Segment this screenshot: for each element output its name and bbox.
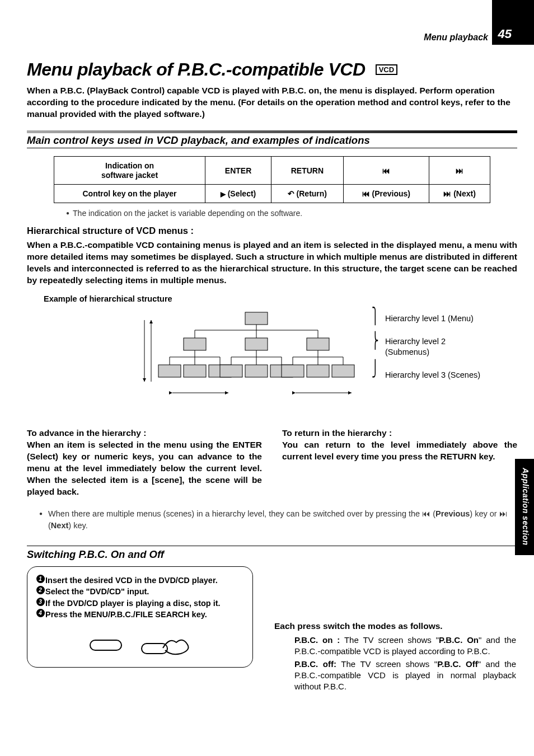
vcd-badge: VCD	[376, 64, 397, 75]
cell-select: ▶ (Select)	[205, 185, 271, 203]
svg-rect-24	[158, 365, 181, 377]
section1-title: Main control keys used in VCD playback, …	[27, 134, 517, 147]
svg-rect-38	[90, 640, 121, 650]
level1-label: Hierarchy level 1 (Menu)	[385, 313, 480, 324]
mode-on: P.B.C. on : The TV screen shows "P.B.C. …	[274, 635, 516, 658]
skip-prev-icon: ⏮	[422, 509, 430, 518]
skip-next-icon: ⏭	[443, 189, 451, 198]
advance-title: To advance in the hierarchy :	[27, 428, 262, 439]
svg-rect-25	[184, 365, 206, 377]
switching-title: Switching P.B.C. On and Off	[27, 548, 517, 561]
skip-prev-icon: ⏮	[362, 189, 370, 198]
modes-lead: Each press switch the modes as follows.	[274, 621, 516, 631]
cell-return: RETURN	[271, 156, 344, 185]
step1: Insert the desired VCD in the DVD/CD pla…	[45, 575, 245, 586]
intro-text: When a P.B.C. (PlayBack Control) capable…	[27, 85, 517, 120]
return-icon: ↶	[288, 189, 294, 198]
brace-icon: ⎫	[372, 307, 379, 325]
return-body: You can return to the level immediately …	[282, 439, 517, 463]
cell-previous: ⏮ (Previous)	[343, 185, 429, 203]
section-heading: Main control keys used in VCD playback, …	[27, 130, 517, 148]
brace-icon: ⎬	[372, 331, 379, 350]
skip-next-icon: ⏭	[499, 509, 508, 518]
svg-rect-29	[245, 365, 268, 377]
button-icon	[89, 635, 123, 655]
cell-next-icon: ⏭	[429, 156, 490, 185]
hierarchy-level-labels: Hierarchy level 1 (Menu) Hierarchy level…	[385, 313, 480, 392]
multi-menu-note: When there are multiple menus (scenes) i…	[39, 508, 517, 533]
svg-rect-33	[332, 365, 354, 377]
play-icon: ▶	[221, 190, 226, 198]
page-number: 45	[498, 27, 512, 41]
svg-rect-6	[184, 338, 206, 350]
hierarchy-heading: Hierarchical structure of VCD menus :	[27, 226, 517, 236]
advance-col: To advance in the hierarchy : When an it…	[27, 428, 262, 498]
rule	[27, 546, 517, 546]
svg-rect-28	[220, 365, 242, 377]
table-footnote: The indication on the jacket is variable…	[66, 209, 517, 218]
cell-indication: Indication onsoftware jacket	[54, 156, 205, 185]
mode-off: P.B.C. off: The TV screen shows "P.B.C. …	[274, 659, 516, 693]
breadcrumb: Menu playback	[424, 32, 488, 43]
return-col: To return in the hierarchy : You can ret…	[282, 428, 517, 498]
svg-rect-8	[307, 338, 329, 350]
cell-return2: ↶ (Return)	[271, 185, 344, 203]
tree-diagram-svg	[139, 309, 374, 421]
title-row: Menu playback of P.B.C.-compatible VCD V…	[27, 60, 517, 78]
level2-label: Hierarchy level 2(Submenus)	[385, 336, 480, 358]
advance-body: When an item is selected in the menu usi…	[27, 439, 262, 498]
return-title: To return in the hierarchy :	[282, 428, 517, 439]
hierarchy-diagram: Hierarchy level 1 (Menu) Hierarchy level…	[27, 307, 517, 424]
step3: If the DVD/CD player is playing a disc, …	[45, 598, 245, 609]
svg-rect-32	[307, 365, 329, 377]
cell-prev-icon: ⏮	[343, 156, 429, 185]
mode-description: Each press switch the modes as follows. …	[274, 621, 516, 693]
advance-return-columns: To advance in the hierarchy : When an it…	[27, 428, 517, 498]
brace-icon: ⎭	[372, 359, 379, 378]
cell-control-key: Control key on the player	[54, 185, 205, 203]
procedure-box: 1Insert the desired VCD in the DVD/CD pl…	[27, 566, 253, 668]
control-key-table: Indication onsoftware jacket ENTER RETUR…	[54, 156, 490, 204]
step4: Press the MENU/P.B.C./FILE SEARCH key.	[45, 609, 245, 620]
svg-rect-39	[142, 644, 167, 654]
skip-prev-icon: ⏮	[382, 166, 390, 175]
cell-enter: ENTER	[205, 156, 271, 185]
hierarchy-para: When a P.B.C.-compatible VCD containing …	[27, 240, 517, 287]
svg-rect-0	[245, 312, 268, 325]
finger-press-icon	[140, 635, 191, 657]
step2: Select the "DVD/CD" input.	[45, 586, 245, 597]
skip-next-icon: ⏭	[456, 166, 463, 175]
page-title: Menu playback of P.B.C.-compatible VCD	[27, 60, 366, 78]
example-label: Example of hierarchical structure	[44, 294, 517, 303]
level3-label: Hierarchy level 3 (Scenes)	[385, 370, 480, 381]
side-tab-label: Application section	[521, 468, 530, 546]
svg-rect-31	[282, 365, 304, 377]
svg-rect-7	[245, 338, 268, 350]
cell-next: ⏭ (Next)	[429, 185, 490, 203]
